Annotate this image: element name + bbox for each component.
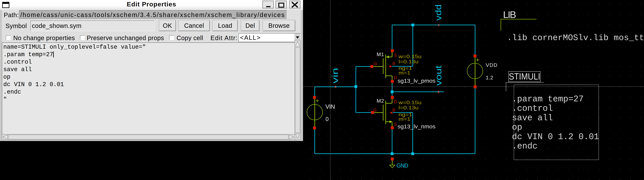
svg-text:D: D	[394, 100, 397, 104]
svg-text:vout: vout	[434, 65, 443, 86]
svg-text:l=0.13u: l=0.13u	[398, 105, 418, 110]
svg-text:STIMULI: STIMULI	[509, 71, 540, 81]
svg-text:.param temp=27: .param temp=27	[512, 94, 584, 104]
svg-text:1.2: 1.2	[486, 75, 493, 80]
svg-text:w=0.15u: w=0.15u	[398, 100, 422, 105]
svg-text:vdd: vdd	[434, 4, 443, 20]
svg-text:op: op	[512, 123, 522, 132]
svg-text:save all: save all	[512, 113, 553, 123]
svg-text:sg13_lv_nmos: sg13_lv_nmos	[398, 123, 436, 130]
svg-text:VIN: VIN	[325, 103, 335, 110]
svg-text:.lib cornerMOSlv.lib mos_tt: .lib cornerMOSlv.lib mos_tt	[507, 33, 644, 43]
svg-text:0: 0	[326, 116, 329, 122]
svg-text:D: D	[394, 75, 397, 80]
svg-text:B: B	[392, 108, 395, 112]
svg-text:B: B	[392, 61, 395, 66]
svg-text:w=0.15u: w=0.15u	[398, 54, 422, 59]
svg-text:G: G	[374, 61, 377, 66]
svg-text:vin: vin	[330, 68, 340, 83]
svg-text:m=1: m=1	[398, 116, 410, 122]
svg-text:M1: M1	[376, 51, 384, 57]
svg-text:M2: M2	[376, 98, 384, 104]
svg-text:LIB: LIB	[503, 9, 516, 20]
svg-text:sg13_lv_pmos: sg13_lv_pmos	[398, 78, 436, 84]
svg-text:S: S	[394, 53, 397, 58]
svg-text:dc VIN 0 1.2 0.01: dc VIN 0 1.2 0.01	[512, 132, 599, 142]
svg-text:m=1: m=1	[398, 70, 410, 76]
svg-text:l=0.13u: l=0.13u	[398, 59, 418, 64]
svg-text:.control: .control	[512, 104, 553, 113]
svg-text:.endc: .endc	[512, 142, 538, 151]
svg-text:S: S	[394, 122, 397, 127]
svg-text:GND: GND	[396, 162, 408, 169]
svg-text:VDD: VDD	[486, 62, 497, 68]
svg-text:G: G	[373, 108, 376, 112]
